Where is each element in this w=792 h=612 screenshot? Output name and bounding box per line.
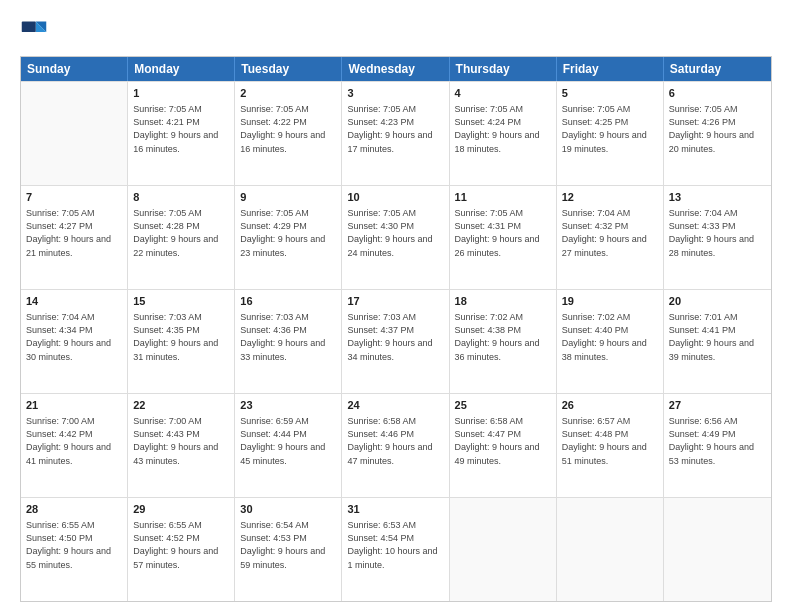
cell-info: Sunrise: 7:03 AMSunset: 4:36 PMDaylight:… — [240, 311, 336, 363]
calendar-cell: 9Sunrise: 7:05 AMSunset: 4:29 PMDaylight… — [235, 186, 342, 289]
cell-date-number: 30 — [240, 502, 336, 517]
cell-date-number: 5 — [562, 86, 658, 101]
cell-info: Sunrise: 7:05 AMSunset: 4:30 PMDaylight:… — [347, 207, 443, 259]
calendar-header-cell: Thursday — [450, 57, 557, 81]
calendar-cell: 11Sunrise: 7:05 AMSunset: 4:31 PMDayligh… — [450, 186, 557, 289]
cell-info: Sunrise: 7:02 AMSunset: 4:38 PMDaylight:… — [455, 311, 551, 363]
cell-info: Sunrise: 6:55 AMSunset: 4:52 PMDaylight:… — [133, 519, 229, 571]
calendar-header-cell: Sunday — [21, 57, 128, 81]
calendar-cell: 21Sunrise: 7:00 AMSunset: 4:42 PMDayligh… — [21, 394, 128, 497]
calendar-cell: 27Sunrise: 6:56 AMSunset: 4:49 PMDayligh… — [664, 394, 771, 497]
cell-info: Sunrise: 6:58 AMSunset: 4:46 PMDaylight:… — [347, 415, 443, 467]
calendar-cell: 17Sunrise: 7:03 AMSunset: 4:37 PMDayligh… — [342, 290, 449, 393]
cell-info: Sunrise: 7:04 AMSunset: 4:34 PMDaylight:… — [26, 311, 122, 363]
calendar-cell: 2Sunrise: 7:05 AMSunset: 4:22 PMDaylight… — [235, 82, 342, 185]
calendar-cell: 18Sunrise: 7:02 AMSunset: 4:38 PMDayligh… — [450, 290, 557, 393]
logo — [20, 18, 52, 46]
calendar-cell: 8Sunrise: 7:05 AMSunset: 4:28 PMDaylight… — [128, 186, 235, 289]
cell-date-number: 9 — [240, 190, 336, 205]
cell-info: Sunrise: 7:05 AMSunset: 4:21 PMDaylight:… — [133, 103, 229, 155]
cell-info: Sunrise: 7:02 AMSunset: 4:40 PMDaylight:… — [562, 311, 658, 363]
cell-info: Sunrise: 7:04 AMSunset: 4:32 PMDaylight:… — [562, 207, 658, 259]
calendar-cell — [450, 498, 557, 601]
calendar-row: 7Sunrise: 7:05 AMSunset: 4:27 PMDaylight… — [21, 185, 771, 289]
cell-date-number: 27 — [669, 398, 766, 413]
calendar-cell: 20Sunrise: 7:01 AMSunset: 4:41 PMDayligh… — [664, 290, 771, 393]
calendar-header-row: SundayMondayTuesdayWednesdayThursdayFrid… — [21, 57, 771, 81]
cell-info: Sunrise: 6:59 AMSunset: 4:44 PMDaylight:… — [240, 415, 336, 467]
calendar-row: 14Sunrise: 7:04 AMSunset: 4:34 PMDayligh… — [21, 289, 771, 393]
calendar-cell: 24Sunrise: 6:58 AMSunset: 4:46 PMDayligh… — [342, 394, 449, 497]
calendar-body: 1Sunrise: 7:05 AMSunset: 4:21 PMDaylight… — [21, 81, 771, 601]
calendar-header-cell: Wednesday — [342, 57, 449, 81]
cell-date-number: 11 — [455, 190, 551, 205]
cell-info: Sunrise: 7:05 AMSunset: 4:28 PMDaylight:… — [133, 207, 229, 259]
cell-date-number: 3 — [347, 86, 443, 101]
cell-info: Sunrise: 7:00 AMSunset: 4:42 PMDaylight:… — [26, 415, 122, 467]
cell-date-number: 29 — [133, 502, 229, 517]
cell-date-number: 31 — [347, 502, 443, 517]
calendar-cell: 7Sunrise: 7:05 AMSunset: 4:27 PMDaylight… — [21, 186, 128, 289]
cell-info: Sunrise: 7:03 AMSunset: 4:35 PMDaylight:… — [133, 311, 229, 363]
calendar-header-cell: Saturday — [664, 57, 771, 81]
cell-info: Sunrise: 6:58 AMSunset: 4:47 PMDaylight:… — [455, 415, 551, 467]
cell-info: Sunrise: 6:56 AMSunset: 4:49 PMDaylight:… — [669, 415, 766, 467]
calendar-cell: 19Sunrise: 7:02 AMSunset: 4:40 PMDayligh… — [557, 290, 664, 393]
page: SundayMondayTuesdayWednesdayThursdayFrid… — [0, 0, 792, 612]
cell-date-number: 19 — [562, 294, 658, 309]
cell-info: Sunrise: 7:05 AMSunset: 4:24 PMDaylight:… — [455, 103, 551, 155]
cell-info: Sunrise: 7:05 AMSunset: 4:22 PMDaylight:… — [240, 103, 336, 155]
cell-date-number: 20 — [669, 294, 766, 309]
cell-info: Sunrise: 6:57 AMSunset: 4:48 PMDaylight:… — [562, 415, 658, 467]
cell-date-number: 28 — [26, 502, 122, 517]
cell-info: Sunrise: 7:04 AMSunset: 4:33 PMDaylight:… — [669, 207, 766, 259]
calendar-cell: 16Sunrise: 7:03 AMSunset: 4:36 PMDayligh… — [235, 290, 342, 393]
calendar-cell: 3Sunrise: 7:05 AMSunset: 4:23 PMDaylight… — [342, 82, 449, 185]
cell-date-number: 13 — [669, 190, 766, 205]
cell-info: Sunrise: 7:05 AMSunset: 4:31 PMDaylight:… — [455, 207, 551, 259]
calendar-cell: 5Sunrise: 7:05 AMSunset: 4:25 PMDaylight… — [557, 82, 664, 185]
cell-info: Sunrise: 6:54 AMSunset: 4:53 PMDaylight:… — [240, 519, 336, 571]
calendar-cell — [557, 498, 664, 601]
cell-date-number: 17 — [347, 294, 443, 309]
cell-date-number: 14 — [26, 294, 122, 309]
calendar-cell — [21, 82, 128, 185]
cell-info: Sunrise: 7:05 AMSunset: 4:23 PMDaylight:… — [347, 103, 443, 155]
svg-rect-2 — [22, 22, 36, 33]
cell-date-number: 7 — [26, 190, 122, 205]
calendar-cell: 15Sunrise: 7:03 AMSunset: 4:35 PMDayligh… — [128, 290, 235, 393]
cell-date-number: 8 — [133, 190, 229, 205]
cell-date-number: 2 — [240, 86, 336, 101]
cell-date-number: 18 — [455, 294, 551, 309]
logo-icon — [20, 18, 48, 46]
cell-date-number: 23 — [240, 398, 336, 413]
calendar-header-cell: Monday — [128, 57, 235, 81]
calendar-cell: 12Sunrise: 7:04 AMSunset: 4:32 PMDayligh… — [557, 186, 664, 289]
calendar-cell: 31Sunrise: 6:53 AMSunset: 4:54 PMDayligh… — [342, 498, 449, 601]
calendar-cell: 29Sunrise: 6:55 AMSunset: 4:52 PMDayligh… — [128, 498, 235, 601]
cell-date-number: 1 — [133, 86, 229, 101]
calendar-row: 1Sunrise: 7:05 AMSunset: 4:21 PMDaylight… — [21, 81, 771, 185]
cell-date-number: 16 — [240, 294, 336, 309]
cell-info: Sunrise: 7:05 AMSunset: 4:29 PMDaylight:… — [240, 207, 336, 259]
cell-date-number: 25 — [455, 398, 551, 413]
calendar-cell: 25Sunrise: 6:58 AMSunset: 4:47 PMDayligh… — [450, 394, 557, 497]
calendar: SundayMondayTuesdayWednesdayThursdayFrid… — [20, 56, 772, 602]
cell-info: Sunrise: 7:03 AMSunset: 4:37 PMDaylight:… — [347, 311, 443, 363]
cell-info: Sunrise: 6:55 AMSunset: 4:50 PMDaylight:… — [26, 519, 122, 571]
cell-date-number: 15 — [133, 294, 229, 309]
cell-date-number: 6 — [669, 86, 766, 101]
calendar-cell: 14Sunrise: 7:04 AMSunset: 4:34 PMDayligh… — [21, 290, 128, 393]
cell-info: Sunrise: 7:05 AMSunset: 4:27 PMDaylight:… — [26, 207, 122, 259]
cell-date-number: 26 — [562, 398, 658, 413]
calendar-cell: 30Sunrise: 6:54 AMSunset: 4:53 PMDayligh… — [235, 498, 342, 601]
cell-info: Sunrise: 7:01 AMSunset: 4:41 PMDaylight:… — [669, 311, 766, 363]
cell-date-number: 24 — [347, 398, 443, 413]
calendar-cell: 26Sunrise: 6:57 AMSunset: 4:48 PMDayligh… — [557, 394, 664, 497]
cell-info: Sunrise: 7:05 AMSunset: 4:25 PMDaylight:… — [562, 103, 658, 155]
cell-info: Sunrise: 6:53 AMSunset: 4:54 PMDaylight:… — [347, 519, 443, 571]
calendar-cell: 23Sunrise: 6:59 AMSunset: 4:44 PMDayligh… — [235, 394, 342, 497]
calendar-row: 21Sunrise: 7:00 AMSunset: 4:42 PMDayligh… — [21, 393, 771, 497]
cell-date-number: 4 — [455, 86, 551, 101]
cell-date-number: 22 — [133, 398, 229, 413]
